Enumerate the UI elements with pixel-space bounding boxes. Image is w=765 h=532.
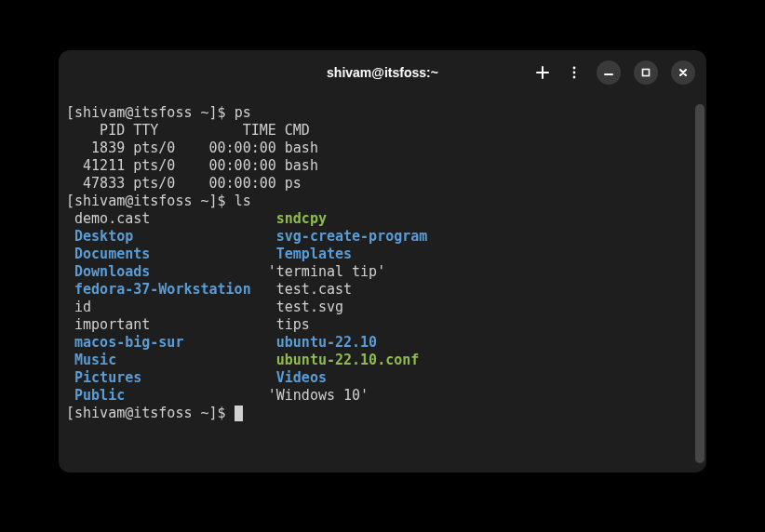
close-icon	[678, 67, 689, 78]
prompt-2: [shivam@itsfoss ~]$	[66, 193, 235, 209]
ls-entry-id: id	[66, 299, 268, 315]
ls-entry-music: Music	[66, 352, 268, 368]
svg-point-1	[573, 72, 576, 74]
prompt-1: [shivam@itsfoss ~]$	[66, 104, 235, 121]
ls-row: demo.cast sndcpy	[66, 210, 699, 228]
ls-entry-sndcpy: sndcpy	[268, 210, 327, 227]
ls-entry-ubuntu-2210: ubuntu-22.10	[268, 334, 377, 351]
ls-row: Pictures Videos	[66, 369, 699, 387]
ls-entry-terminal-tip: 'terminal tip'	[268, 263, 385, 280]
ps-header: PID TTY TIME CMD	[66, 122, 699, 140]
cursor	[235, 406, 243, 421]
ls-row: Music ubuntu-22.10.conf	[66, 352, 699, 369]
minimize-button[interactable]	[597, 60, 621, 85]
ls-entry-desktop: Desktop	[66, 228, 268, 245]
terminal-body[interactable]: [shivam@itsfoss ~]$ ps PID TTY TIME CMD …	[59, 95, 706, 472]
ls-row: Documents Templates	[66, 246, 699, 263]
prompt-3: [shivam@itsfoss ~]$	[66, 405, 235, 421]
ls-entry-tips: tips	[268, 316, 310, 333]
ls-entry-documents: Documents	[66, 246, 268, 262]
svg-rect-3	[643, 70, 650, 76]
ls-entry-public: Public	[66, 387, 268, 404]
prompt-line-2: [shivam@itsfoss ~]$ ls	[66, 193, 699, 210]
prompt-line-3: [shivam@itsfoss ~]$	[66, 405, 699, 422]
titlebar-controls	[533, 60, 695, 85]
ls-row: Desktop svg-create-program	[66, 228, 699, 246]
command-ls: ls	[235, 193, 251, 209]
ls-entry-macos: macos-big-sur	[66, 334, 268, 351]
ls-row: Downloads 'terminal tip'	[66, 263, 699, 281]
svg-point-0	[573, 67, 576, 70]
ls-row: macos-big-sur ubuntu-22.10	[66, 334, 699, 352]
ls-entry-test-svg: test.svg	[268, 299, 343, 315]
ls-entry-pictures: Pictures	[66, 369, 268, 386]
ls-entry-demo-cast: demo.cast	[66, 210, 268, 227]
ls-entry-svg-create-program: svg-create-program	[268, 228, 428, 245]
new-tab-button[interactable]	[533, 63, 552, 82]
ls-entry-important: important	[66, 316, 268, 333]
window-title: shivam@itsfoss:~	[327, 65, 438, 80]
ps-row: 41211 pts/0 00:00:00 bash	[66, 157, 699, 175]
titlebar: shivam@itsfoss:~	[59, 50, 706, 95]
minimize-icon	[603, 67, 614, 78]
maximize-button[interactable]	[634, 60, 658, 85]
ls-entry-test-cast: test.cast	[268, 281, 352, 298]
kebab-icon	[568, 66, 581, 79]
ls-entry-videos: Videos	[268, 369, 327, 386]
ls-entry-windows-10: 'Windows 10'	[268, 387, 369, 404]
ls-entry-ubuntu-2210-conf: ubuntu-22.10.conf	[268, 352, 420, 368]
ls-row: important tips	[66, 316, 699, 334]
prompt-line-1: [shivam@itsfoss ~]$ ps	[66, 104, 699, 122]
ls-row: Public 'Windows 10'	[66, 387, 699, 405]
ls-entry-templates: Templates	[268, 246, 352, 262]
scrollbar[interactable]	[695, 104, 705, 463]
maximize-icon	[640, 67, 651, 78]
ls-row: fedora-37-Workstation test.cast	[66, 281, 699, 299]
plus-icon	[535, 65, 550, 80]
command-ps: ps	[235, 104, 251, 121]
ps-row: 1839 pts/0 00:00:00 bash	[66, 140, 699, 157]
terminal-window: shivam@itsfoss:~ [shivam@itsfoss ~]$ ps …	[59, 50, 706, 472]
close-button[interactable]	[671, 60, 695, 85]
ls-entry-downloads: Downloads	[66, 263, 268, 280]
ls-row: id test.svg	[66, 299, 699, 316]
ls-entry-fedora: fedora-37-Workstation	[66, 281, 268, 298]
svg-point-2	[573, 76, 576, 79]
menu-button[interactable]	[565, 63, 584, 82]
ps-row: 47833 pts/0 00:00:00 ps	[66, 175, 699, 193]
